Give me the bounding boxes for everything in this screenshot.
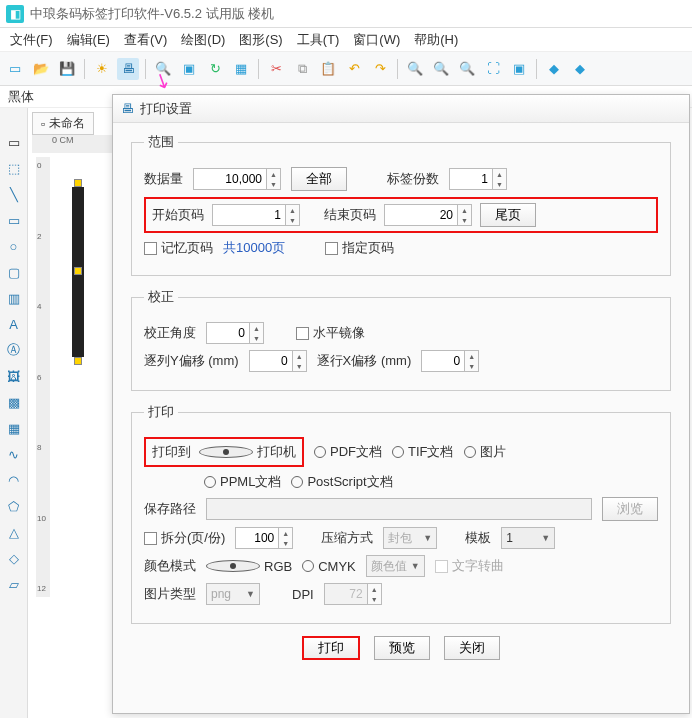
radio-rgb[interactable]: RGB xyxy=(206,559,292,574)
arc-icon[interactable]: ◠ xyxy=(4,470,24,490)
split-input[interactable]: ▲▼ xyxy=(235,527,293,549)
radio-pdf[interactable]: PDF文档 xyxy=(314,443,382,461)
handle-bot[interactable] xyxy=(74,357,82,365)
poly-icon[interactable]: ⬠ xyxy=(4,496,24,516)
textbox-icon[interactable]: Ⓐ xyxy=(4,340,24,360)
menu-draw[interactable]: 绘图(D) xyxy=(175,29,231,51)
menu-edit[interactable]: 编辑(E) xyxy=(61,29,116,51)
printer-icon: 🖶 xyxy=(121,101,134,116)
label-copies-input[interactable]: ▲▼ xyxy=(449,168,507,190)
start-page-input[interactable]: ▲▼ xyxy=(212,204,300,226)
para-icon[interactable]: ▱ xyxy=(4,574,24,594)
end-page-input[interactable]: ▲▼ xyxy=(384,204,472,226)
open-icon[interactable]: 📂 xyxy=(30,58,52,80)
row-y-input[interactable]: ▲▼ xyxy=(249,350,307,372)
fullscreen-icon[interactable]: ▣ xyxy=(508,58,530,80)
compress-select: 封包▼ xyxy=(383,527,437,549)
total-pages-link[interactable]: 共10000页 xyxy=(223,239,285,257)
menu-view[interactable]: 查看(V) xyxy=(118,29,173,51)
redo-icon[interactable]: ↷ xyxy=(369,58,391,80)
specify-page-checkbox[interactable]: 指定页码 xyxy=(325,239,394,257)
rrect-icon[interactable]: ▢ xyxy=(4,262,24,282)
preview-button[interactable]: 预览 xyxy=(374,636,430,660)
copy-icon[interactable]: ⧉ xyxy=(291,58,313,80)
rect-icon[interactable]: ▭ xyxy=(4,210,24,230)
v-ruler: 024681012 xyxy=(36,157,50,597)
print-icon[interactable]: 🖶 xyxy=(117,58,139,80)
dpi-label: DPI xyxy=(292,587,314,602)
menu-tool[interactable]: 工具(T) xyxy=(291,29,346,51)
page-range-highlight: 开始页码 ▲▼ 结束页码 ▲▼ 尾页 xyxy=(144,197,658,233)
col-x-label: 逐行X偏移 (mm) xyxy=(317,352,412,370)
last-page-button[interactable]: 尾页 xyxy=(480,203,536,227)
circle-icon[interactable]: ○ xyxy=(4,236,24,256)
fitwin-icon[interactable]: ⛶ xyxy=(482,58,504,80)
print-settings-dialog: 🖶 打印设置 范围 数据量 ▲▼ 全部 标签份数 ▲▼ 开始页码 ▲▼ 结束页码… xyxy=(112,94,690,714)
canvas[interactable]: 024681012 xyxy=(50,157,120,597)
save-icon[interactable]: 💾 xyxy=(56,58,78,80)
save-path-label: 保存路径 xyxy=(144,500,196,518)
handle-mid[interactable] xyxy=(74,267,82,275)
remember-page-checkbox[interactable]: 记忆页码 xyxy=(144,239,213,257)
left-toolbar: ▭ ⬚ ╲ ▭ ○ ▢ ▥ A Ⓐ 🖼 ▩ ▦ ∿ ◠ ⬠ △ ◇ ▱ xyxy=(0,108,28,718)
select-icon[interactable]: ⬚ xyxy=(4,158,24,178)
start-page-label: 开始页码 xyxy=(152,206,204,224)
title-bar: ◧ 中琅条码标签打印软件-V6.5.2 试用版 楼机 xyxy=(0,0,692,28)
dpi-input: ▲▼ xyxy=(324,583,382,605)
image-icon[interactable]: 🖼 xyxy=(4,366,24,386)
close-button[interactable]: 关闭 xyxy=(444,636,500,660)
radio-img[interactable]: 图片 xyxy=(464,443,506,461)
cut-icon[interactable]: ✂ xyxy=(265,58,287,80)
zoomin-icon[interactable]: 🔍 xyxy=(404,58,426,80)
split-checkbox[interactable]: 拆分(页/份) xyxy=(144,529,225,547)
curve-icon[interactable]: ∿ xyxy=(4,444,24,464)
print-group: 打印 打印到 打印机 PDF文档 TIF文档 图片 PPML文档 PostScr… xyxy=(131,403,671,624)
line-icon[interactable]: ╲ xyxy=(4,184,24,204)
dialog-titlebar[interactable]: 🖶 打印设置 xyxy=(113,95,689,123)
menu-shape[interactable]: 图形(S) xyxy=(233,29,288,51)
app-title: 中琅条码标签打印软件-V6.5.2 试用版 楼机 xyxy=(30,5,274,23)
browse-button: 浏览 xyxy=(602,497,658,521)
menu-window[interactable]: 窗口(W) xyxy=(347,29,406,51)
misc2-icon[interactable]: ◆ xyxy=(569,58,591,80)
data-count-input[interactable]: ▲▼ xyxy=(193,168,281,190)
pointer-icon[interactable]: ▭ xyxy=(4,132,24,152)
print-to-label: 打印到 xyxy=(152,443,191,461)
template-select[interactable]: 1▼ xyxy=(501,527,555,549)
radio-ppml[interactable]: PPML文档 xyxy=(204,473,281,491)
radio-tif[interactable]: TIF文档 xyxy=(392,443,454,461)
row-y-label: 逐列Y偏移 (mm) xyxy=(144,352,239,370)
fit-icon[interactable]: ▣ xyxy=(178,58,200,80)
print-button[interactable]: 打印 xyxy=(302,636,360,660)
refresh-icon[interactable]: ↻ xyxy=(204,58,226,80)
document-tab[interactable]: ▫ 未命名 xyxy=(32,112,94,135)
handle-top[interactable] xyxy=(74,179,82,187)
grid-icon[interactable]: ▦ xyxy=(230,58,252,80)
angle-input[interactable]: ▲▼ xyxy=(206,322,264,344)
barcode-icon[interactable]: ▥ xyxy=(4,288,24,308)
print-to-highlight: 打印到 打印机 xyxy=(144,437,304,467)
zoom100-icon[interactable]: 🔍 xyxy=(456,58,478,80)
col-x-input[interactable]: ▲▼ xyxy=(421,350,479,372)
zoomout-icon[interactable]: 🔍 xyxy=(430,58,452,80)
qr-icon[interactable]: ▩ xyxy=(4,392,24,412)
radio-postscript[interactable]: PostScript文档 xyxy=(291,473,392,491)
star-icon[interactable]: ◇ xyxy=(4,548,24,568)
correction-group: 校正 校正角度 ▲▼ 水平镜像 逐列Y偏移 (mm) ▲▼ 逐行X偏移 (mm)… xyxy=(131,288,671,391)
tri-icon[interactable]: △ xyxy=(4,522,24,542)
zoom-icon[interactable]: 🔍 xyxy=(152,58,174,80)
text-icon[interactable]: A xyxy=(4,314,24,334)
all-button[interactable]: 全部 xyxy=(291,167,347,191)
radio-cmyk[interactable]: CMYK xyxy=(302,559,356,574)
menu-help[interactable]: 帮助(H) xyxy=(408,29,464,51)
h-mirror-checkbox[interactable]: 水平镜像 xyxy=(296,324,365,342)
misc-icon[interactable]: ◆ xyxy=(543,58,565,80)
radio-printer[interactable]: 打印机 xyxy=(199,443,296,461)
h-ruler: 0 CM xyxy=(32,135,120,153)
settings-icon[interactable]: ☀ xyxy=(91,58,113,80)
table-icon[interactable]: ▦ xyxy=(4,418,24,438)
undo-icon[interactable]: ↶ xyxy=(343,58,365,80)
paste-icon[interactable]: 📋 xyxy=(317,58,339,80)
new-icon[interactable]: ▭ xyxy=(4,58,26,80)
menu-file[interactable]: 文件(F) xyxy=(4,29,59,51)
